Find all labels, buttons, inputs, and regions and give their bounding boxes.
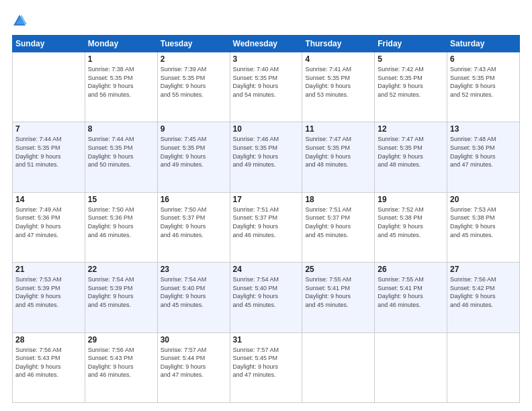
- calendar-header-row: SundayMondayTuesdayWednesdayThursdayFrid…: [13, 36, 520, 52]
- calendar-cell: 19Sunrise: 7:52 AM Sunset: 5:38 PM Dayli…: [375, 192, 447, 262]
- day-header-tuesday: Tuesday: [157, 36, 230, 52]
- calendar-cell: 28Sunrise: 7:56 AM Sunset: 5:43 PM Dayli…: [13, 332, 85, 402]
- day-header-saturday: Saturday: [447, 36, 520, 52]
- day-info: Sunrise: 7:55 AM Sunset: 5:41 PM Dayligh…: [305, 275, 371, 309]
- day-number: 21: [15, 265, 82, 274]
- calendar-cell: 8Sunrise: 7:44 AM Sunset: 5:35 PM Daylig…: [85, 122, 157, 192]
- day-info: Sunrise: 7:42 AM Sunset: 5:35 PM Dayligh…: [378, 65, 444, 99]
- day-info: Sunrise: 7:56 AM Sunset: 5:43 PM Dayligh…: [88, 346, 154, 379]
- calendar-cell: 11Sunrise: 7:47 AM Sunset: 5:35 PM Dayli…: [302, 122, 375, 192]
- day-info: Sunrise: 7:46 AM Sunset: 5:35 PM Dayligh…: [233, 135, 300, 169]
- calendar-cell: 17Sunrise: 7:51 AM Sunset: 5:37 PM Dayli…: [230, 192, 302, 262]
- calendar-cell: 27Sunrise: 7:56 AM Sunset: 5:42 PM Dayli…: [447, 263, 520, 332]
- day-header-thursday: Thursday: [302, 36, 375, 52]
- day-number: 23: [161, 265, 227, 274]
- calendar-cell: [302, 332, 375, 402]
- calendar-week-row: 28Sunrise: 7:56 AM Sunset: 5:43 PM Dayli…: [13, 332, 520, 402]
- day-number: 24: [233, 265, 300, 274]
- calendar-cell: 6Sunrise: 7:43 AM Sunset: 5:35 PM Daylig…: [447, 52, 520, 122]
- calendar-week-row: 14Sunrise: 7:49 AM Sunset: 5:36 PM Dayli…: [13, 192, 520, 262]
- calendar-cell: 15Sunrise: 7:50 AM Sunset: 5:36 PM Dayli…: [85, 192, 157, 262]
- day-number: 9: [161, 124, 227, 134]
- day-number: 2: [161, 54, 227, 64]
- calendar-cell: 24Sunrise: 7:54 AM Sunset: 5:40 PM Dayli…: [230, 263, 302, 332]
- day-number: 8: [88, 124, 154, 134]
- day-number: 11: [305, 124, 371, 134]
- day-info: Sunrise: 7:54 AM Sunset: 5:40 PM Dayligh…: [233, 275, 300, 309]
- calendar-cell: 2Sunrise: 7:39 AM Sunset: 5:35 PM Daylig…: [157, 52, 230, 122]
- day-number: 17: [233, 195, 300, 204]
- day-info: Sunrise: 7:45 AM Sunset: 5:35 PM Dayligh…: [161, 135, 227, 169]
- day-info: Sunrise: 7:54 AM Sunset: 5:39 PM Dayligh…: [88, 275, 154, 309]
- calendar-cell: 21Sunrise: 7:53 AM Sunset: 5:39 PM Dayli…: [13, 263, 85, 332]
- calendar-cell: 20Sunrise: 7:53 AM Sunset: 5:38 PM Dayli…: [447, 192, 520, 262]
- day-info: Sunrise: 7:47 AM Sunset: 5:35 PM Dayligh…: [305, 135, 371, 169]
- day-number: 26: [378, 265, 444, 274]
- day-info: Sunrise: 7:51 AM Sunset: 5:37 PM Dayligh…: [305, 205, 371, 239]
- day-info: Sunrise: 7:53 AM Sunset: 5:39 PM Dayligh…: [15, 275, 82, 309]
- day-header-wednesday: Wednesday: [230, 36, 302, 52]
- day-number: 29: [88, 335, 154, 345]
- header: [12, 12, 520, 28]
- calendar-cell: 23Sunrise: 7:54 AM Sunset: 5:40 PM Dayli…: [157, 263, 230, 332]
- day-number: 6: [450, 54, 517, 64]
- day-number: 16: [161, 195, 227, 204]
- day-number: 27: [450, 265, 517, 274]
- day-number: 14: [15, 195, 82, 204]
- day-header-monday: Monday: [85, 36, 157, 52]
- day-info: Sunrise: 7:54 AM Sunset: 5:40 PM Dayligh…: [161, 275, 227, 309]
- day-info: Sunrise: 7:57 AM Sunset: 5:44 PM Dayligh…: [161, 346, 227, 379]
- day-number: 20: [450, 195, 517, 204]
- day-number: 18: [305, 195, 371, 204]
- day-info: Sunrise: 7:48 AM Sunset: 5:36 PM Dayligh…: [450, 135, 517, 169]
- day-info: Sunrise: 7:44 AM Sunset: 5:35 PM Dayligh…: [88, 135, 154, 169]
- day-number: 15: [88, 195, 154, 204]
- calendar-cell: 13Sunrise: 7:48 AM Sunset: 5:36 PM Dayli…: [447, 122, 520, 192]
- day-number: 19: [378, 195, 444, 204]
- calendar-week-row: 7Sunrise: 7:44 AM Sunset: 5:35 PM Daylig…: [13, 122, 520, 192]
- calendar-cell: 7Sunrise: 7:44 AM Sunset: 5:35 PM Daylig…: [13, 122, 85, 192]
- calendar-cell: 29Sunrise: 7:56 AM Sunset: 5:43 PM Dayli…: [85, 332, 157, 402]
- day-number: 31: [233, 335, 300, 345]
- day-number: 10: [233, 124, 300, 134]
- day-info: Sunrise: 7:50 AM Sunset: 5:37 PM Dayligh…: [161, 205, 227, 239]
- day-info: Sunrise: 7:43 AM Sunset: 5:35 PM Dayligh…: [450, 65, 517, 99]
- calendar-cell: 4Sunrise: 7:41 AM Sunset: 5:35 PM Daylig…: [302, 52, 375, 122]
- calendar-cell: 3Sunrise: 7:40 AM Sunset: 5:35 PM Daylig…: [230, 52, 302, 122]
- calendar-cell: 22Sunrise: 7:54 AM Sunset: 5:39 PM Dayli…: [85, 263, 157, 332]
- day-info: Sunrise: 7:56 AM Sunset: 5:43 PM Dayligh…: [15, 346, 82, 379]
- calendar-week-row: 21Sunrise: 7:53 AM Sunset: 5:39 PM Dayli…: [13, 263, 520, 332]
- calendar-cell: 31Sunrise: 7:57 AM Sunset: 5:45 PM Dayli…: [230, 332, 302, 402]
- calendar-cell: 12Sunrise: 7:47 AM Sunset: 5:35 PM Dayli…: [375, 122, 447, 192]
- page: SundayMondayTuesdayWednesdayThursdayFrid…: [0, 0, 532, 411]
- day-number: 30: [161, 335, 227, 345]
- day-info: Sunrise: 7:57 AM Sunset: 5:45 PM Dayligh…: [233, 346, 300, 379]
- day-number: 1: [88, 54, 154, 64]
- day-number: 3: [233, 54, 300, 64]
- day-header-sunday: Sunday: [13, 36, 85, 52]
- day-info: Sunrise: 7:55 AM Sunset: 5:41 PM Dayligh…: [378, 275, 444, 309]
- day-info: Sunrise: 7:40 AM Sunset: 5:35 PM Dayligh…: [233, 65, 300, 99]
- calendar-week-row: 1Sunrise: 7:38 AM Sunset: 5:35 PM Daylig…: [13, 52, 520, 122]
- calendar-cell: [447, 332, 520, 402]
- day-info: Sunrise: 7:52 AM Sunset: 5:38 PM Dayligh…: [378, 205, 444, 239]
- day-info: Sunrise: 7:56 AM Sunset: 5:42 PM Dayligh…: [450, 275, 517, 309]
- calendar-cell: [375, 332, 447, 402]
- logo: [12, 12, 30, 28]
- day-number: 22: [88, 265, 154, 274]
- day-info: Sunrise: 7:47 AM Sunset: 5:35 PM Dayligh…: [378, 135, 444, 169]
- calendar-cell: 26Sunrise: 7:55 AM Sunset: 5:41 PM Dayli…: [375, 263, 447, 332]
- calendar-cell: 14Sunrise: 7:49 AM Sunset: 5:36 PM Dayli…: [13, 192, 85, 262]
- day-header-friday: Friday: [375, 36, 447, 52]
- day-number: 13: [450, 124, 517, 134]
- day-number: 25: [305, 265, 371, 274]
- day-info: Sunrise: 7:51 AM Sunset: 5:37 PM Dayligh…: [233, 205, 300, 239]
- calendar-cell: 25Sunrise: 7:55 AM Sunset: 5:41 PM Dayli…: [302, 263, 375, 332]
- calendar-cell: 16Sunrise: 7:50 AM Sunset: 5:37 PM Dayli…: [157, 192, 230, 262]
- day-info: Sunrise: 7:39 AM Sunset: 5:35 PM Dayligh…: [161, 65, 227, 99]
- calendar-table: SundayMondayTuesdayWednesdayThursdayFrid…: [12, 35, 520, 403]
- calendar-cell: 9Sunrise: 7:45 AM Sunset: 5:35 PM Daylig…: [157, 122, 230, 192]
- day-info: Sunrise: 7:44 AM Sunset: 5:35 PM Dayligh…: [15, 135, 82, 169]
- day-info: Sunrise: 7:38 AM Sunset: 5:35 PM Dayligh…: [88, 65, 154, 99]
- day-info: Sunrise: 7:53 AM Sunset: 5:38 PM Dayligh…: [450, 205, 517, 239]
